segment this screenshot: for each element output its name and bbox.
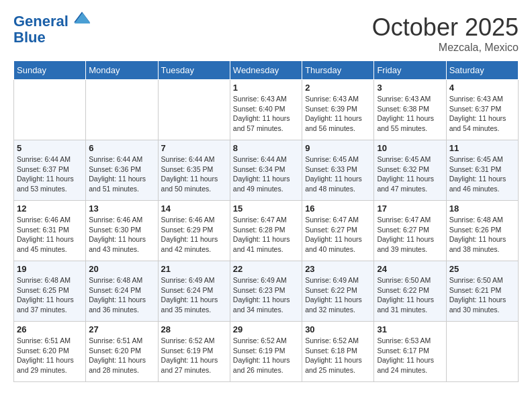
day-cell: 4Sunrise: 6:43 AM Sunset: 6:37 PM Daylig… — [446, 80, 518, 140]
day-cell: 22Sunrise: 6:49 AM Sunset: 6:23 PM Dayli… — [230, 261, 302, 322]
day-info: Sunrise: 6:47 AM Sunset: 6:27 PM Dayligh… — [305, 215, 371, 255]
day-info: Sunrise: 6:52 AM Sunset: 6:19 PM Dayligh… — [233, 336, 299, 375]
day-number: 11 — [449, 143, 515, 153]
day-info: Sunrise: 6:50 AM Sunset: 6:21 PM Dayligh… — [449, 275, 515, 315]
day-info: Sunrise: 6:49 AM Sunset: 6:23 PM Dayligh… — [233, 275, 299, 315]
day-cell: 10Sunrise: 6:45 AM Sunset: 6:32 PM Dayli… — [374, 140, 446, 201]
day-cell — [158, 80, 230, 140]
day-info: Sunrise: 6:49 AM Sunset: 6:24 PM Dayligh… — [161, 275, 227, 315]
day-cell: 23Sunrise: 6:49 AM Sunset: 6:22 PM Dayli… — [302, 261, 374, 322]
day-number: 1 — [233, 83, 299, 93]
day-info: Sunrise: 6:48 AM Sunset: 6:26 PM Dayligh… — [449, 215, 515, 255]
svg-marker-1 — [75, 13, 90, 24]
day-number: 22 — [233, 264, 299, 274]
day-info: Sunrise: 6:51 AM Sunset: 6:20 PM Dayligh… — [17, 336, 83, 375]
day-cell: 27Sunrise: 6:51 AM Sunset: 6:20 PM Dayli… — [86, 322, 158, 382]
day-info: Sunrise: 6:43 AM Sunset: 6:39 PM Dayligh… — [305, 94, 371, 134]
day-cell: 14Sunrise: 6:46 AM Sunset: 6:29 PM Dayli… — [158, 201, 230, 261]
day-number: 25 — [449, 264, 515, 274]
header-wednesday: Wednesday — [230, 61, 302, 80]
day-cell: 20Sunrise: 6:48 AM Sunset: 6:24 PM Dayli… — [86, 261, 158, 322]
day-cell: 19Sunrise: 6:48 AM Sunset: 6:25 PM Dayli… — [14, 261, 86, 322]
day-info: Sunrise: 6:45 AM Sunset: 6:33 PM Dayligh… — [305, 154, 371, 194]
logo-general: General — [13, 13, 69, 30]
day-number: 14 — [161, 203, 227, 214]
day-cell: 8Sunrise: 6:44 AM Sunset: 6:34 PM Daylig… — [230, 140, 302, 201]
day-info: Sunrise: 6:47 AM Sunset: 6:27 PM Dayligh… — [377, 215, 443, 255]
day-cell: 3Sunrise: 6:43 AM Sunset: 6:38 PM Daylig… — [374, 80, 446, 140]
day-cell: 16Sunrise: 6:47 AM Sunset: 6:27 PM Dayli… — [302, 201, 374, 261]
location: Mezcala, Mexico — [372, 42, 519, 54]
day-cell: 18Sunrise: 6:48 AM Sunset: 6:26 PM Dayli… — [446, 201, 518, 261]
day-number: 21 — [161, 264, 227, 274]
day-cell: 30Sunrise: 6:52 AM Sunset: 6:18 PM Dayli… — [302, 322, 374, 382]
day-info: Sunrise: 6:46 AM Sunset: 6:31 PM Dayligh… — [17, 215, 83, 255]
day-info: Sunrise: 6:43 AM Sunset: 6:37 PM Dayligh… — [449, 94, 515, 134]
day-number: 18 — [449, 203, 515, 214]
week-row-4: 19Sunrise: 6:48 AM Sunset: 6:25 PM Dayli… — [14, 261, 519, 322]
day-cell: 24Sunrise: 6:50 AM Sunset: 6:22 PM Dayli… — [374, 261, 446, 322]
day-info: Sunrise: 6:45 AM Sunset: 6:32 PM Dayligh… — [377, 154, 443, 194]
day-info: Sunrise: 6:51 AM Sunset: 6:20 PM Dayligh… — [89, 336, 154, 375]
day-cell: 6Sunrise: 6:44 AM Sunset: 6:36 PM Daylig… — [86, 140, 158, 201]
day-cell: 12Sunrise: 6:46 AM Sunset: 6:31 PM Dayli… — [14, 201, 86, 261]
header-friday: Friday — [374, 61, 446, 80]
logo-icon — [74, 10, 90, 26]
day-cell: 21Sunrise: 6:49 AM Sunset: 6:24 PM Dayli… — [158, 261, 230, 322]
day-info: Sunrise: 6:46 AM Sunset: 6:30 PM Dayligh… — [89, 215, 154, 255]
day-number: 15 — [233, 203, 299, 214]
day-number: 19 — [17, 264, 83, 274]
header-tuesday: Tuesday — [158, 61, 230, 80]
day-info: Sunrise: 6:48 AM Sunset: 6:24 PM Dayligh… — [89, 275, 154, 315]
day-number: 13 — [89, 203, 154, 214]
logo-blue: Blue — [13, 29, 46, 46]
week-row-3: 12Sunrise: 6:46 AM Sunset: 6:31 PM Dayli… — [14, 201, 519, 261]
day-cell: 5Sunrise: 6:44 AM Sunset: 6:37 PM Daylig… — [14, 140, 86, 201]
day-cell: 13Sunrise: 6:46 AM Sunset: 6:30 PM Dayli… — [86, 201, 158, 261]
day-info: Sunrise: 6:50 AM Sunset: 6:22 PM Dayligh… — [377, 275, 443, 315]
day-info: Sunrise: 6:52 AM Sunset: 6:19 PM Dayligh… — [161, 336, 227, 375]
day-number: 27 — [89, 324, 154, 334]
day-info: Sunrise: 6:53 AM Sunset: 6:17 PM Dayligh… — [377, 336, 443, 375]
day-cell: 15Sunrise: 6:47 AM Sunset: 6:28 PM Dayli… — [230, 201, 302, 261]
calendar-table: SundayMondayTuesdayWednesdayThursdayFrid… — [13, 60, 519, 382]
day-cell: 11Sunrise: 6:45 AM Sunset: 6:31 PM Dayli… — [446, 140, 518, 201]
day-cell: 29Sunrise: 6:52 AM Sunset: 6:19 PM Dayli… — [230, 322, 302, 382]
page-header: General Blue October 2025 Mezcala, Mexic… — [13, 13, 519, 54]
day-number: 23 — [305, 264, 371, 274]
day-number: 30 — [305, 324, 371, 334]
header-sunday: Sunday — [14, 61, 86, 80]
month-title: October 2025 Mezcala, Mexico — [372, 13, 519, 54]
day-number: 3 — [377, 83, 443, 93]
day-info: Sunrise: 6:43 AM Sunset: 6:38 PM Dayligh… — [377, 94, 443, 134]
logo: General Blue — [13, 13, 90, 46]
day-info: Sunrise: 6:43 AM Sunset: 6:40 PM Dayligh… — [233, 94, 299, 134]
day-info: Sunrise: 6:47 AM Sunset: 6:28 PM Dayligh… — [233, 215, 299, 255]
day-info: Sunrise: 6:44 AM Sunset: 6:36 PM Dayligh… — [89, 154, 154, 194]
day-number: 9 — [305, 143, 371, 153]
header-saturday: Saturday — [446, 61, 518, 80]
day-cell — [86, 80, 158, 140]
day-number: 2 — [305, 83, 371, 93]
day-info: Sunrise: 6:49 AM Sunset: 6:22 PM Dayligh… — [305, 275, 371, 315]
day-number: 10 — [377, 143, 443, 153]
day-number: 7 — [161, 143, 227, 153]
week-row-2: 5Sunrise: 6:44 AM Sunset: 6:37 PM Daylig… — [14, 140, 519, 201]
day-info: Sunrise: 6:44 AM Sunset: 6:34 PM Dayligh… — [233, 154, 299, 194]
day-cell: 2Sunrise: 6:43 AM Sunset: 6:39 PM Daylig… — [302, 80, 374, 140]
week-row-1: 1Sunrise: 6:43 AM Sunset: 6:40 PM Daylig… — [14, 80, 519, 140]
day-number: 17 — [377, 203, 443, 214]
day-cell: 31Sunrise: 6:53 AM Sunset: 6:17 PM Dayli… — [374, 322, 446, 382]
day-cell: 1Sunrise: 6:43 AM Sunset: 6:40 PM Daylig… — [230, 80, 302, 140]
day-number: 31 — [377, 324, 443, 334]
header-monday: Monday — [86, 61, 158, 80]
day-info: Sunrise: 6:46 AM Sunset: 6:29 PM Dayligh… — [161, 215, 227, 255]
header-row: SundayMondayTuesdayWednesdayThursdayFrid… — [14, 61, 519, 80]
day-info: Sunrise: 6:48 AM Sunset: 6:25 PM Dayligh… — [17, 275, 83, 315]
day-number: 6 — [89, 143, 154, 153]
day-number: 5 — [17, 143, 83, 153]
day-number: 28 — [161, 324, 227, 334]
day-number: 29 — [233, 324, 299, 334]
day-info: Sunrise: 6:52 AM Sunset: 6:18 PM Dayligh… — [305, 336, 371, 375]
day-number: 26 — [17, 324, 83, 334]
